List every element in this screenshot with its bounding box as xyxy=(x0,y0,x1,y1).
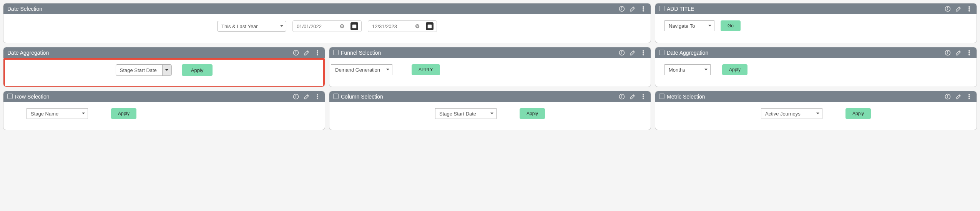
panel-header: Column Selection xyxy=(329,91,651,102)
metric-selection-panel: Metric Selection Active Journeys Apply xyxy=(655,91,977,130)
panel-title: Row Selection xyxy=(15,94,50,100)
select-text: Stage Name xyxy=(27,111,69,117)
panel-title: Date Aggregation xyxy=(7,50,49,56)
calendar-icon[interactable] xyxy=(350,22,358,30)
info-icon[interactable] xyxy=(618,93,625,100)
add-title-panel: ADD TITLE Navigate To Go xyxy=(655,3,977,43)
panel-header: Date Selection xyxy=(3,3,651,14)
column-select[interactable]: Stage Start Date xyxy=(435,108,497,119)
panel-title: Date Selection xyxy=(7,6,42,12)
info-icon[interactable] xyxy=(944,5,951,12)
info-icon[interactable] xyxy=(944,93,951,100)
funnel-select[interactable]: Demand Generation xyxy=(331,64,392,75)
clear-icon[interactable] xyxy=(414,22,421,30)
months-select[interactable]: Months xyxy=(664,64,711,75)
select-text: This & Last Year xyxy=(218,23,269,29)
panel-header: Date Aggregation xyxy=(3,47,325,58)
row-select[interactable]: Stage Name xyxy=(27,108,88,119)
title-box-icon xyxy=(7,94,13,100)
navigate-to-select[interactable]: Navigate To xyxy=(664,20,714,31)
edit-icon[interactable] xyxy=(303,93,310,100)
edit-icon[interactable] xyxy=(955,5,962,12)
apply-button[interactable]: APPLY xyxy=(412,64,440,75)
caret-down-icon xyxy=(816,111,820,117)
info-icon[interactable] xyxy=(292,49,299,56)
title-box-icon xyxy=(659,6,664,12)
more-icon[interactable] xyxy=(640,93,647,100)
panel-header: Date Aggregation xyxy=(655,47,977,58)
date-selection-panel: Date Selection This & Last Year 01/01/20… xyxy=(3,3,651,43)
select-text: Months xyxy=(665,67,696,73)
info-icon[interactable] xyxy=(944,49,951,56)
edit-icon[interactable] xyxy=(629,93,636,100)
caret-down-icon xyxy=(81,111,85,117)
edit-icon[interactable] xyxy=(629,49,636,56)
apply-button[interactable]: Apply xyxy=(722,64,747,75)
panel-body: Stage Start Date Apply xyxy=(329,102,651,130)
title-box-icon xyxy=(659,50,664,56)
select-text: Stage Start Date xyxy=(435,111,487,117)
panel-title: Column Selection xyxy=(341,94,383,100)
info-icon[interactable] xyxy=(618,5,625,12)
clear-icon[interactable] xyxy=(338,22,346,30)
caret-down-icon xyxy=(708,23,712,29)
metric-select[interactable]: Active Journeys xyxy=(761,108,822,119)
end-date-input[interactable]: 12/31/2023 xyxy=(368,20,437,32)
apply-button[interactable]: Apply xyxy=(845,108,871,119)
info-icon[interactable] xyxy=(292,93,299,100)
select-text: Stage Start Date xyxy=(116,65,162,75)
edit-icon[interactable] xyxy=(955,49,962,56)
more-icon[interactable] xyxy=(640,49,647,56)
funnel-selection-panel: Funnel Selection Demand Generation APPLY xyxy=(329,47,651,87)
panel-title: ADD TITLE xyxy=(667,6,694,12)
date-aggregation-panel-2: Date Aggregation Months Apply xyxy=(655,47,977,87)
panel-header: Metric Selection xyxy=(655,91,977,102)
caret-down-icon xyxy=(704,67,708,73)
panel-body: Stage Start Date Apply xyxy=(3,58,325,87)
panel-body: Stage Name Apply xyxy=(3,102,325,130)
apply-button[interactable]: Apply xyxy=(182,64,213,76)
stage-start-date-select[interactable]: Stage Start Date xyxy=(116,64,172,76)
more-icon[interactable] xyxy=(966,93,973,100)
caret-down-icon xyxy=(490,111,494,117)
panel-header: Row Selection xyxy=(3,91,325,102)
start-date-input[interactable]: 01/01/2022 xyxy=(292,20,362,32)
more-icon[interactable] xyxy=(314,49,321,56)
calendar-icon[interactable] xyxy=(426,22,434,30)
panel-body: Active Journeys Apply xyxy=(655,102,977,130)
date-value: 12/31/2023 xyxy=(372,23,397,29)
more-icon[interactable] xyxy=(640,5,647,12)
edit-icon[interactable] xyxy=(629,5,636,12)
panel-body: This & Last Year 01/01/2022 12/31/2023 xyxy=(3,14,651,43)
select-text: Active Journeys xyxy=(761,111,811,117)
panel-header: ADD TITLE xyxy=(655,3,977,14)
more-icon[interactable] xyxy=(966,49,973,56)
more-icon[interactable] xyxy=(966,5,973,12)
title-box-icon xyxy=(659,94,664,100)
caret-down-icon xyxy=(280,23,284,29)
title-box-icon xyxy=(333,50,339,56)
panel-body: Months Apply xyxy=(655,58,977,86)
panel-body: Navigate To Go xyxy=(655,14,977,42)
panel-title: Funnel Selection xyxy=(341,50,381,56)
apply-button[interactable]: Apply xyxy=(111,108,136,119)
panel-body: Demand Generation APPLY xyxy=(329,58,651,86)
more-icon[interactable] xyxy=(314,93,321,100)
select-text: Navigate To xyxy=(665,23,706,29)
title-box-icon xyxy=(333,94,339,100)
date-value: 01/01/2022 xyxy=(297,23,322,29)
panel-header: Funnel Selection xyxy=(329,47,651,58)
apply-button[interactable]: Apply xyxy=(520,108,545,119)
row-selection-panel: Row Selection Stage Name Apply xyxy=(3,91,325,130)
info-icon[interactable] xyxy=(618,49,625,56)
date-aggregation-panel-1: Date Aggregation Stage Start Date Apply xyxy=(3,47,325,87)
edit-icon[interactable] xyxy=(955,93,962,100)
panel-title: Metric Selection xyxy=(667,94,705,100)
column-selection-panel: Column Selection Stage Start Date Apply xyxy=(329,91,651,130)
edit-icon[interactable] xyxy=(303,49,310,56)
go-button[interactable]: Go xyxy=(721,20,741,31)
select-text: Demand Generation xyxy=(331,67,391,73)
date-range-select[interactable]: This & Last Year xyxy=(217,21,286,32)
panel-title: Date Aggregation xyxy=(667,50,708,56)
dropdown-toggle[interactable] xyxy=(162,65,171,75)
